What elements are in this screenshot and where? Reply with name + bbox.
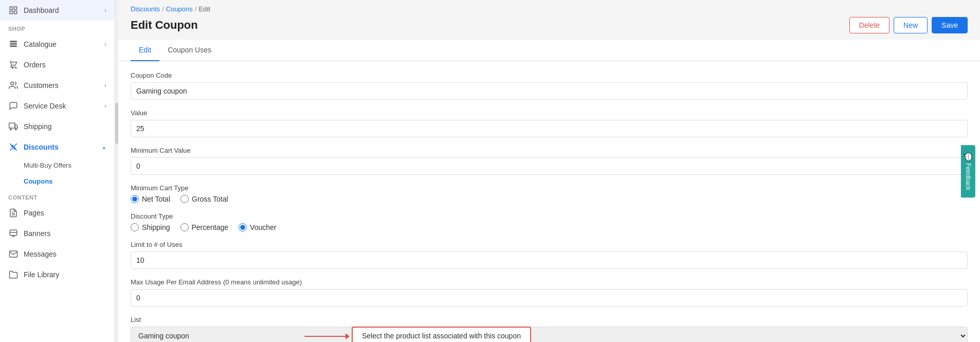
net-total-radio[interactable] (131, 195, 139, 203)
min-cart-value-input[interactable] (131, 157, 968, 175)
value-label: Value (131, 109, 968, 117)
gross-total-label: Gross Total (192, 195, 228, 203)
tooltip-text: Select the product list associated with … (362, 332, 521, 340)
svg-rect-3 (14, 11, 17, 14)
sidebar-item-catalogue[interactable]: Catalogue › (0, 34, 115, 55)
svg-rect-2 (10, 11, 12, 14)
voucher-radio[interactable] (239, 223, 247, 231)
max-usage-label: Max Usage Per Email Address (0 means unl… (131, 278, 968, 286)
tabs: Edit Coupon Uses (118, 40, 980, 61)
discount-type-group: Discount Type Shipping Percentage Vouche… (131, 212, 968, 231)
discount-type-label: Discount Type (131, 212, 968, 220)
sidebar-item-file-library[interactable]: File Library (0, 264, 115, 285)
min-cart-type-group: Minimum Cart Type Net Total Gross Total (131, 184, 968, 203)
voucher-label: Voucher (250, 223, 276, 231)
chevron-icon: › (104, 41, 106, 48)
net-total-option[interactable]: Net Total (131, 195, 170, 203)
sidebar-item-customers-label: Customers (24, 81, 59, 89)
value-input[interactable] (131, 120, 968, 137)
sidebar-item-messages[interactable]: Messages (0, 244, 115, 264)
tooltip-box: Select the product list associated with … (352, 327, 531, 342)
gross-total-radio[interactable] (180, 195, 189, 203)
content-area: Edit Coupon Uses Coupon Code Value Minim… (118, 40, 980, 342)
coupon-code-group: Coupon Code (131, 71, 968, 100)
min-cart-type-label: Minimum Cart Type (131, 184, 968, 192)
sidebar-item-catalogue-label: Catalogue (24, 40, 57, 48)
sidebar-item-shipping[interactable]: Shipping (0, 116, 115, 137)
sidebar-item-customers[interactable]: Customers › (0, 75, 115, 96)
messages-icon (8, 249, 19, 259)
sidebar-item-banners-label: Banners (24, 229, 50, 238)
max-usage-input[interactable] (131, 289, 968, 307)
sidebar-item-banners[interactable]: Banners (0, 223, 115, 244)
sidebar-item-service-desk[interactable]: Service Desk › (0, 96, 115, 116)
shop-section-label: SHOP (0, 21, 115, 34)
feedback-tab[interactable]: 💬 Feedback (961, 145, 975, 197)
tab-coupon-uses[interactable]: Coupon Uses (159, 40, 220, 61)
min-cart-value-label: Minimum Cart Value (131, 147, 968, 154)
breadcrumb-discounts[interactable]: Discounts (131, 5, 160, 13)
header-actions: Delete New Save (849, 17, 968, 33)
svg-rect-0 (10, 7, 12, 9)
sidebar-item-discounts[interactable]: Discounts ⌄ (0, 137, 115, 157)
sidebar-item-shipping-label: Shipping (24, 122, 52, 131)
customers-icon (8, 80, 19, 91)
list-label: List (131, 316, 968, 323)
breadcrumb: Discounts / Coupons / Edit (118, 0, 980, 13)
sidebar-item-orders[interactable]: Orders (0, 55, 115, 75)
pages-icon (8, 208, 19, 218)
tab-edit[interactable]: Edit (131, 40, 159, 61)
save-button[interactable]: Save (932, 17, 968, 33)
page-header: Edit Coupon Delete New Save (118, 13, 980, 40)
dashboard-icon (8, 5, 19, 15)
chevron-down-icon: ⌄ (101, 143, 106, 151)
max-usage-group: Max Usage Per Email Address (0 means unl… (131, 278, 968, 307)
chevron-icon: › (104, 102, 106, 110)
breadcrumb-edit: Edit (198, 5, 210, 13)
sidebar: Dashboard › SHOP Catalogue › Orders Cust… (0, 0, 115, 342)
net-total-label: Net Total (142, 195, 170, 203)
file-library-icon (8, 269, 19, 280)
new-button[interactable]: New (894, 17, 928, 33)
gross-total-option[interactable]: Gross Total (180, 195, 228, 203)
voucher-option[interactable]: Voucher (239, 223, 276, 231)
shipping-option[interactable]: Shipping (131, 223, 170, 231)
sidebar-item-dashboard[interactable]: Dashboard › (0, 0, 115, 21)
page-title: Edit Coupon (131, 19, 198, 32)
form-body: Coupon Code Value Minimum Cart Value Min… (118, 61, 980, 342)
svg-point-4 (11, 82, 14, 85)
sidebar-item-pages[interactable]: Pages (0, 203, 115, 223)
orders-icon (8, 60, 19, 70)
banners-icon (8, 228, 19, 239)
catalogue-icon (8, 39, 19, 49)
min-cart-type-options: Net Total Gross Total (131, 195, 968, 203)
shipping-label: Shipping (142, 223, 170, 231)
shipping-radio[interactable] (131, 223, 139, 231)
sidebar-item-multi-buy-offers[interactable]: Multi-Buy Offers (0, 157, 115, 173)
feedback-label: Feedback (965, 163, 972, 190)
breadcrumb-coupons[interactable]: Coupons (166, 5, 193, 13)
svg-rect-1 (14, 7, 17, 9)
svg-rect-5 (9, 123, 15, 128)
delete-button[interactable]: Delete (849, 17, 890, 33)
content-section-label: CONTENT (0, 189, 115, 203)
sidebar-item-discounts-label: Discounts (24, 143, 59, 151)
list-group: List Gaming coupon Select the product li… (131, 316, 968, 342)
percentage-radio[interactable] (180, 223, 189, 231)
sidebar-item-service-desk-label: Service Desk (24, 102, 66, 110)
sidebar-item-pages-label: Pages (24, 209, 44, 217)
percentage-option[interactable]: Percentage (180, 223, 229, 231)
value-group: Value (131, 109, 968, 137)
list-select[interactable]: Gaming coupon (131, 327, 968, 342)
sidebar-item-file-library-label: File Library (24, 271, 59, 279)
limit-uses-input[interactable] (131, 251, 968, 269)
sidebar-item-coupons[interactable]: Coupons (0, 173, 115, 189)
feedback-icon: 💬 (964, 152, 972, 161)
limit-uses-group: Limit to # of Uses (131, 241, 968, 269)
coupon-code-input[interactable] (131, 82, 968, 100)
discount-type-options: Shipping Percentage Voucher (131, 223, 968, 231)
chevron-icon: › (104, 7, 106, 14)
percentage-label: Percentage (192, 223, 229, 231)
shipping-icon (8, 121, 19, 132)
min-cart-value-group: Minimum Cart Value (131, 147, 968, 175)
